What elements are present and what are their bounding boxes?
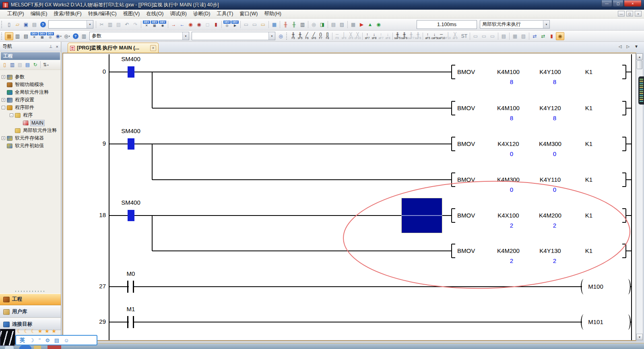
ladder-symbol-button-F5[interactable]: ╫F5 [290,31,297,41]
ime-smiley-icon[interactable]: ☺ [64,337,69,343]
expand-icon[interactable]: + [2,98,5,102]
menu-item-4[interactable]: 视图(V) [120,9,143,18]
monitor-start-icon[interactable]: ◉ [186,21,195,29]
minimize-button[interactable]: — [601,0,612,7]
cut-icon[interactable]: ✂ [97,21,106,29]
toolbar-grip[interactable] [1,21,4,28]
device-memory-display-icon[interactable]: DEV▦ [38,32,46,40]
menu-item-7[interactable]: 诊断(D) [190,9,213,18]
contact-on-symbol[interactable] [128,210,134,221]
tab-close-icon[interactable]: × [150,45,156,51]
contact-symbol[interactable] [133,281,134,293]
contact-symbol[interactable] [127,316,128,328]
copy-icon[interactable]: ▥ [106,21,114,29]
ladder-symbol-button-saF8[interactable]: ╫saF8 [415,31,421,41]
coil-symbol[interactable] [625,279,631,294]
device-write-icon[interactable]: DEV✕ [142,21,151,28]
chevron-down-icon[interactable]: ▼ [182,32,189,40]
tab-scroll-left-icon[interactable]: ◁ [619,44,622,49]
refresh-icon[interactable]: ↻ [31,61,39,69]
collapse-icon[interactable]: - [10,113,13,117]
modify-mode-icon[interactable]: ▦ [349,21,357,29]
chevron-down-icon[interactable]: ▼ [268,32,275,40]
new-file-icon[interactable]: ▯ [5,21,13,29]
run-icon[interactable]: ▶ [357,21,366,29]
local-device-monitor-icon[interactable]: ▤ [329,21,338,29]
change-value-icon[interactable]: ▨ [338,21,346,29]
edit-note-icon[interactable]: ▭ [488,32,497,40]
find-in-page-icon[interactable]: ◎ [277,32,285,40]
ladder-symbol-button-aF8[interactable]: ↓aF8 [384,31,391,41]
sort-icon[interactable]: ⇅▾ [42,61,50,69]
sidebar-item-main[interactable]: MAIN [0,119,60,127]
edit-comment-icon[interactable]: ▭ [471,32,480,40]
tab-scroll-right-icon[interactable]: ▷ [626,44,630,49]
monitor-mode-icon[interactable]: ⇄ [530,32,539,40]
read-from-plc-icon[interactable]: ← [178,21,186,29]
device-find-icon[interactable]: ◎▾ [63,32,71,40]
copy-data-icon[interactable]: ▥ [8,61,16,69]
ladder-symbol-button-sF5[interactable]: ╫sF5 [297,31,303,41]
sidebar-item-program-setting[interactable]: +程序设置 [0,96,60,104]
mdi-close-button[interactable]: × [635,11,642,16]
device-comment-icon[interactable]: DEV✕ [30,32,38,40]
read-mode-icon[interactable]: ▦ [511,32,519,40]
collapse-icon[interactable]: - [2,106,5,109]
ladder-symbol-button-saF7[interactable]: ╫saF7 [408,31,415,41]
sidebar-item-device-memory[interactable]: +软元件存储器 [0,134,60,142]
ladder-symbol-button-sF8[interactable]: ↓sF8 [371,31,378,41]
screen-edge-widget[interactable] [638,76,644,105]
ladder-symbol-button-aF9[interactable]: ╳aF9 [452,31,458,41]
monitor-pause-icon[interactable]: ◻ [203,21,212,29]
ime-clipboard-icon[interactable]: ▤ [54,337,59,343]
panel-close-icon[interactable]: × [56,44,58,49]
menu-item-6[interactable]: 调试(B) [167,9,190,18]
ladder-symbol-button-aF5[interactable]: ↑aF5 [424,31,431,41]
ladder-symbol-button-cF9[interactable]: ╳cF9 [347,31,354,41]
ime-moon-icon[interactable]: ☽ [29,337,34,343]
monitor-write-mode-icon[interactable]: ⇄ [539,32,547,40]
menu-item-9[interactable]: 窗口(W) [236,9,261,18]
program-setting-icon[interactable]: ▭ [250,21,259,29]
contact-symbol[interactable] [133,316,134,328]
statement-list-icon[interactable]: ▤ [500,32,508,40]
ladder-symbol-button-caF5[interactable]: ↓caF5 [431,31,438,41]
buffer-memory-monitor-icon[interactable]: ▥ [298,21,307,29]
ime-quote-icon[interactable]: ’’ [39,337,41,343]
toolbar-grip[interactable] [1,33,4,40]
module-configuration-icon[interactable]: ▥ [13,32,22,40]
menu-item-5[interactable]: 在线(O) [143,9,167,18]
data-select-combo[interactable]: 参数 ▼ [89,32,189,40]
menu-item-2[interactable]: 搜索/替换(F) [50,9,85,18]
expand-icon[interactable]: + [2,136,5,140]
cross-reference-icon[interactable]: ▥ [80,32,88,40]
display-connection-icon[interactable]: ▦ [270,21,279,29]
ladder-symbol-button-saF6[interactable]: ╫saF6 [401,31,408,41]
pin-icon[interactable]: ⊥ [49,44,53,49]
program-common-icon[interactable]: ▭ [242,21,250,29]
contact-on-symbol[interactable] [128,138,134,150]
sidebar-item-pou[interactable]: -程序部件 [0,104,60,111]
sidebar-item-intelligent-module[interactable]: 智能功能模块 [0,81,60,88]
menu-item-8[interactable]: 工具(T) [213,9,236,18]
ladder-symbol-button-caF10[interactable]: ─caF10 [438,31,445,41]
chevron-down-icon[interactable]: ▼ [543,21,549,28]
device-batch-read-icon[interactable]: DEV◎ [223,21,231,28]
sidebar-item-global-comment[interactable]: 全局软元件注释 [0,88,60,96]
sidebar-item-local-comment[interactable]: 局部软元件注释 [0,127,60,134]
open-file-icon[interactable]: ▱ [13,21,22,29]
expand-icon[interactable]: + [2,75,5,79]
device-batch-monitor-icon[interactable]: ╫ [290,21,298,29]
ime-language-mode[interactable]: 英 [20,337,25,344]
sidebar-item-program-folder[interactable]: -程序 [0,111,60,119]
device-ccl-icon[interactable]: DEV◎ [46,32,54,40]
device-test2-icon[interactable]: ▮ [547,32,556,40]
menu-item-0[interactable]: 工程(P) [4,9,27,18]
step-run-icon[interactable]: ▲ [366,21,374,29]
device-batch-write-icon[interactable]: DEV▶ [231,21,239,28]
scrollbar-thumb[interactable] [637,60,642,69]
paste-icon[interactable]: ▧ [114,21,123,29]
undo-icon[interactable]: ↶ [123,21,131,29]
device-monitor-icon[interactable]: DEV▦ [151,21,159,28]
write-mode-icon[interactable]: ▧ [519,32,528,40]
